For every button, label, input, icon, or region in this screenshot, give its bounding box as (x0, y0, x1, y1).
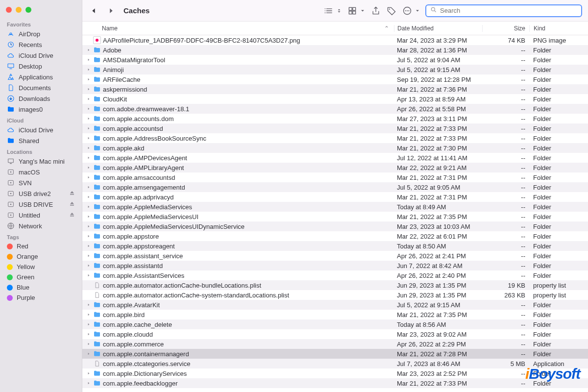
file-row[interactable]: AMSDataMigratorTool Jul 5, 2022 at 9:04 … (82, 55, 588, 65)
column-header-kind[interactable]: Kind (529, 25, 588, 32)
nav-back-button[interactable] (88, 5, 99, 16)
sidebar-item[interactable]: macOS (0, 167, 82, 177)
sidebar-item[interactable]: Network (0, 220, 82, 231)
sidebar-item[interactable]: Downloads (0, 93, 82, 104)
file-row[interactable]: CloudKit Apr 13, 2023 at 8:59 AM -- Fold… (82, 94, 588, 104)
file-row[interactable]: com.apple.automator.actionCache-bundleLo… (82, 280, 588, 290)
file-row[interactable]: com.apple.accounts.dom Mar 27, 2023 at 3… (82, 114, 588, 123)
disclosure-triangle[interactable] (86, 165, 91, 171)
file-row[interactable]: com.apple.AvatarKit Jul 5, 2022 at 9:15 … (82, 300, 588, 310)
view-mode-list-button[interactable] (323, 5, 342, 16)
file-row[interactable]: com.apple.DictionaryServices Mar 23, 202… (82, 368, 588, 378)
sidebar-item[interactable]: Untitled (0, 210, 82, 220)
file-row[interactable]: com.apple.AssistantServices Apr 26, 2022… (82, 270, 588, 280)
nav-forward-button[interactable] (106, 5, 117, 16)
disclosure-triangle[interactable] (86, 263, 91, 269)
disclosure-triangle[interactable] (86, 185, 91, 190)
file-row[interactable]: ARFileCache Sep 19, 2022 at 12:28 PM -- … (82, 74, 588, 84)
search-input[interactable] (440, 7, 577, 14)
file-row[interactable]: com.apple.assistant_service Apr 26, 2022… (82, 251, 588, 261)
file-row[interactable]: com.apple.bird Mar 21, 2022 at 7:35 PM -… (82, 310, 588, 319)
search-field[interactable] (425, 4, 582, 17)
file-row[interactable]: com.apple.AddressBookSourceSync Mar 21, … (82, 133, 588, 143)
file-row[interactable]: com.apple.amsengagementd Jul 5, 2022 at … (82, 182, 588, 192)
disclosure-triangle[interactable] (86, 155, 91, 161)
disclosure-triangle[interactable] (86, 48, 91, 53)
file-row[interactable]: com.apple.appstore Mar 22, 2022 at 6:01 … (82, 231, 588, 241)
disclosure-triangle[interactable] (86, 116, 91, 122)
sidebar-item[interactable]: AirDrop (0, 28, 82, 39)
disclosure-triangle[interactable] (86, 67, 91, 73)
disclosure-triangle[interactable] (86, 234, 91, 239)
eject-icon[interactable] (69, 201, 75, 208)
eject-icon[interactable] (69, 190, 75, 197)
disclosure-triangle[interactable] (86, 332, 91, 337)
file-row[interactable]: AAProfilePicture_1ADBF697-DDFC-49CB-BFC2… (82, 35, 588, 45)
file-row[interactable]: Adobe Mar 28, 2022 at 1:36 PM -- Folder (82, 45, 588, 55)
disclosure-triangle[interactable] (86, 175, 91, 180)
file-row[interactable]: com.adobe.dreamweaver-18.1 Apr 26, 2022 … (82, 104, 588, 114)
file-row[interactable]: com.apple.assistantd Jun 7, 2022 at 8:42… (82, 261, 588, 270)
sidebar-item[interactable]: USB DRIVE (0, 199, 82, 210)
sidebar-item[interactable]: Yang's Mac mini (0, 156, 82, 167)
sidebar-item[interactable]: iCloud Drive (0, 50, 82, 61)
disclosure-triangle[interactable] (86, 351, 91, 357)
eject-icon[interactable] (69, 212, 75, 219)
file-row[interactable]: com.apple.appstoreagent Today at 8:50 AM… (82, 241, 588, 251)
sidebar-tag[interactable]: Yellow (0, 262, 82, 272)
column-header-size[interactable]: Size (482, 25, 529, 32)
disclosure-triangle[interactable] (86, 57, 91, 63)
sidebar-item[interactable]: iCloud Drive (0, 124, 82, 135)
disclosure-triangle[interactable] (86, 322, 91, 327)
disclosure-triangle[interactable] (86, 381, 91, 386)
file-list[interactable]: AAProfilePicture_1ADBF697-DDFC-49CB-BFC2… (82, 35, 588, 392)
file-row[interactable]: com.apple.cache_delete Today at 8:56 AM … (82, 319, 588, 329)
sidebar-tag[interactable]: Green (0, 272, 82, 282)
group-by-button[interactable] (347, 5, 366, 16)
disclosure-triangle[interactable] (86, 195, 91, 200)
file-row[interactable]: com.apple.containermanagerd Mar 21, 2022… (82, 349, 588, 359)
disclosure-triangle[interactable] (86, 302, 91, 308)
minimize-window-button[interactable] (16, 7, 22, 13)
file-row[interactable]: askpermissiond Mar 21, 2022 at 7:36 PM -… (82, 84, 588, 94)
file-row[interactable]: com.apple.akd Mar 21, 2022 at 7:30 PM --… (82, 143, 588, 153)
column-header-name[interactable]: Name ⌃ (82, 25, 394, 32)
disclosure-triangle[interactable] (86, 136, 91, 141)
disclosure-triangle[interactable] (86, 106, 91, 112)
sidebar-tag[interactable]: Purple (0, 293, 82, 303)
disclosure-triangle[interactable] (86, 224, 91, 229)
share-button[interactable] (370, 5, 381, 16)
sidebar-item[interactable]: Recents (0, 39, 82, 50)
disclosure-triangle[interactable] (86, 244, 91, 249)
file-row[interactable]: com.apple.AMPLibraryAgent Mar 22, 2022 a… (82, 163, 588, 172)
sidebar-tag[interactable]: Red (0, 241, 82, 251)
sidebar-item[interactable]: images0 (0, 104, 82, 115)
file-row[interactable]: com.apple.AppleMediaServicesUIDynamicSer… (82, 221, 588, 231)
file-row[interactable]: com.apple.AMPDevicesAgent Jul 12, 2022 a… (82, 153, 588, 163)
sidebar-item[interactable]: Desktop (0, 61, 82, 72)
file-row[interactable]: com.apple.ctcategories.service Jul 7, 20… (82, 359, 588, 368)
disclosure-triangle[interactable] (86, 126, 91, 131)
sidebar-item[interactable]: Applications (0, 72, 82, 82)
sidebar-item[interactable]: Documents (0, 82, 82, 93)
sidebar-tag[interactable]: Orange (0, 251, 82, 262)
file-row[interactable]: com.apple.amsaccountsd Mar 21, 2022 at 7… (82, 172, 588, 182)
file-row[interactable]: com.apple.ap.adprivacyd Mar 21, 2022 at … (82, 192, 588, 202)
disclosure-triangle[interactable] (86, 273, 91, 278)
sidebar-tag[interactable]: Blue (0, 282, 82, 293)
file-row[interactable]: com.apple.commerce Apr 26, 2022 at 2:29 … (82, 339, 588, 349)
column-header-date[interactable]: Date Modified (394, 25, 482, 32)
disclosure-triangle[interactable] (86, 312, 91, 318)
disclosure-triangle[interactable] (86, 371, 91, 376)
sidebar-item[interactable]: USB drive2 (0, 188, 82, 199)
disclosure-triangle[interactable] (86, 214, 91, 220)
file-row[interactable]: com.apple.accountsd Mar 21, 2022 at 7:33… (82, 123, 588, 133)
sidebar-item[interactable]: SVN (0, 177, 82, 188)
file-row[interactable]: com.apple.automator.actionCache-system-s… (82, 290, 588, 300)
disclosure-triangle[interactable] (86, 342, 91, 347)
action-menu-button[interactable] (402, 5, 420, 16)
disclosure-triangle[interactable] (86, 77, 91, 82)
disclosure-triangle[interactable] (86, 204, 91, 210)
disclosure-triangle[interactable] (86, 97, 91, 102)
close-window-button[interactable] (6, 7, 12, 13)
